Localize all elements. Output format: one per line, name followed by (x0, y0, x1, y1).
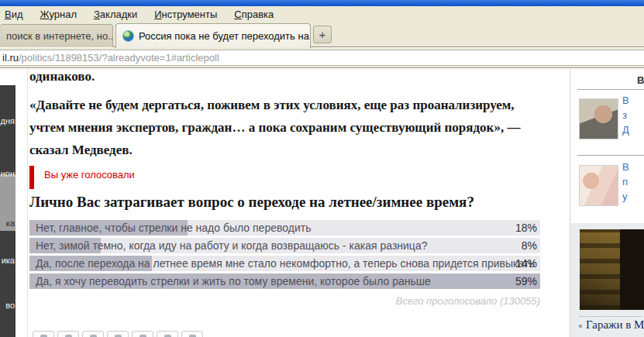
site-favicon-globe-icon (122, 30, 134, 42)
left-navigation-rail: дня нон ка ика во (0, 85, 15, 337)
promo-link[interactable]: Гаражи в М (586, 318, 644, 332)
share-button[interactable] (33, 331, 54, 337)
tab-article[interactable]: Россия пока не будет переходить на з... … (115, 23, 311, 48)
poll-option-row[interactable]: Да, я хочу переводить стрелки и жить по … (29, 273, 540, 289)
vote-status-badge: Вы уже голосовали (29, 166, 339, 189)
poll-option-label: Нет, зимой темно, когда иду на работу и … (36, 239, 427, 252)
poll-option-row[interactable]: Да, после перехода на летнее время мне с… (29, 256, 540, 271)
poll-question: Лично Вас затрагивает вопрос о переходе … (29, 194, 542, 211)
share-button[interactable] (82, 331, 104, 337)
poll-option-row[interactable]: Нет, главное, чтобы стрелки не надо было… (29, 220, 540, 236)
menu-tools[interactable]: Инструменты (154, 9, 217, 20)
poll-option-percent: 59% (515, 275, 537, 287)
tab-title: Россия пока не будет переходить на з... (139, 30, 311, 42)
share-button[interactable] (107, 331, 129, 337)
news-link-fragment[interactable]: В з Д (622, 93, 644, 137)
poll-option-label: Да, после перехода на летнее время мне с… (36, 257, 535, 270)
tab-search[interactable]: поиск в интернете, но... × (0, 24, 113, 47)
poll-total-votes: Всего проголосовало (130055) (29, 295, 540, 307)
promo-bullet-icon (579, 325, 582, 328)
poll-option-label: Нет, главное, чтобы стрелки не надо было… (36, 222, 311, 234)
news-link-fragment[interactable]: В п у (622, 160, 644, 204)
sidebar-separator (577, 155, 644, 156)
poll-option-percent: 8% (522, 239, 537, 252)
content-left-border (27, 69, 28, 337)
web-page-content: дня нон ка ика во одинаково. «Давайте не… (0, 69, 644, 337)
sidebar-promo-block: Гаражи в М (570, 223, 644, 337)
url-domain: il.ru (2, 52, 19, 64)
share-button[interactable] (181, 331, 203, 337)
url-address-bar[interactable]: il.ru/politics/11898153/?alreadyvote=1#a… (0, 50, 644, 66)
menu-view[interactable]: Вид (5, 9, 23, 20)
article-paragraph: «Давайте не будем дергаться, поживем в э… (29, 94, 542, 161)
left-rail-item[interactable]: нон (1, 169, 15, 178)
navigation-toolbar: il.ru/politics/11898153/?alreadyvote=1#a… (0, 48, 644, 68)
left-rail-item[interactable]: ка (6, 218, 15, 228)
url-path: /politics/11898153/?alreadyvote=1#articl… (19, 52, 219, 64)
tab-title: поиск в интернете, но... (6, 30, 113, 42)
share-button[interactable] (157, 331, 178, 337)
left-rail-item[interactable]: во (5, 301, 15, 310)
promo-dotted-divider (580, 316, 642, 317)
window-titlebar[interactable] (0, 0, 644, 6)
vote-status-red-bar (29, 166, 34, 189)
left-rail-item[interactable]: дня (1, 116, 15, 126)
sidebar-separator (577, 89, 644, 90)
poll-option-percent: 18% (515, 222, 537, 234)
vote-status-text: Вы уже голосовали (44, 169, 135, 181)
browser-menubar: Вид Журнал Закладки Инструменты Справка (0, 6, 644, 22)
new-tab-button[interactable]: + (313, 26, 332, 43)
poll-results: Нет, главное, чтобы стрелки не надо было… (29, 220, 540, 291)
menu-help[interactable]: Справка (234, 9, 274, 20)
sidebar-news-header-fragment: В (637, 74, 644, 86)
menu-bookmarks[interactable]: Закладки (94, 9, 137, 20)
news-thumbnail-man-photo[interactable] (579, 98, 618, 139)
left-rail-item[interactable]: ика (2, 256, 15, 265)
news-thumbnail-baby-photo[interactable] (579, 165, 618, 206)
article-text-fragment: одинаково. (29, 69, 541, 84)
menu-history[interactable]: Журнал (40, 9, 77, 20)
promo-building-photo[interactable] (580, 229, 644, 310)
share-buttons-row (33, 331, 203, 337)
poll-option-row[interactable]: Нет, зимой темно, когда иду на работу и … (29, 238, 540, 253)
poll-option-label: Да, я хочу переводить стрелки и жить по … (36, 275, 431, 287)
tab-strip: поиск в интернете, но... × Россия пока н… (0, 22, 644, 47)
share-button[interactable] (57, 331, 79, 337)
share-button[interactable] (132, 331, 153, 337)
poll-option-percent: 14% (515, 257, 537, 270)
